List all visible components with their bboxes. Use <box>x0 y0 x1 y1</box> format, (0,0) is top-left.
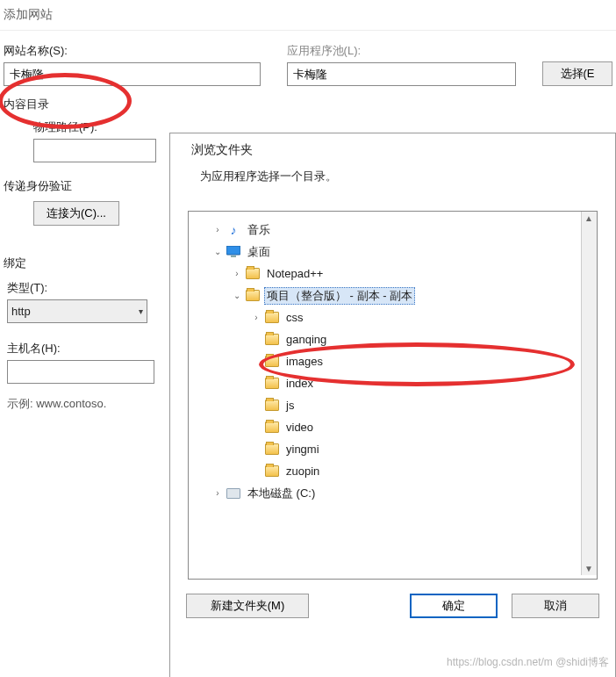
browse-folder-dialog: 浏览文件夹 为应用程序选择一个目录。 › ♪ 音乐 ⌄ 桌面 <box>169 133 616 677</box>
folder-tree[interactable]: › ♪ 音乐 ⌄ 桌面 › <box>188 211 598 580</box>
window-title: 添加网站 <box>0 0 616 31</box>
chevron-right-icon: › <box>250 313 262 322</box>
tree-label-selected: 项目（整合版） - 副本 - 副本 <box>264 287 415 305</box>
tree-item-drive-c[interactable]: › 本地磁盘 (C:) <box>211 482 593 504</box>
tree-item-video[interactable]: video <box>250 416 593 438</box>
folder-icon <box>264 464 280 479</box>
tree-item-desktop[interactable]: ⌄ 桌面 <box>211 241 593 263</box>
music-icon: ♪ <box>226 222 241 238</box>
folder-icon <box>264 420 280 436</box>
tree-item-index[interactable]: index <box>250 372 593 394</box>
content-dir-label: 内容目录 <box>4 97 612 112</box>
folder-icon <box>245 288 261 304</box>
monitor-icon <box>226 244 241 260</box>
chevron-down-icon: ▾ <box>139 306 143 316</box>
browse-title: 浏览文件夹 <box>170 133 615 162</box>
chevron-down-icon: ⌄ <box>211 247 224 256</box>
type-value: http <box>11 305 31 318</box>
app-pool-label: 应用程序池(L): <box>287 43 516 59</box>
folder-icon <box>264 354 280 370</box>
tree-label: js <box>283 398 297 413</box>
new-folder-button[interactable]: 新建文件夹(M) <box>186 594 309 618</box>
tree-item-project[interactable]: ⌄ 项目（整合版） - 副本 - 副本 <box>231 284 593 306</box>
physical-path-input[interactable] <box>33 139 156 162</box>
tree-item-css[interactable]: › css <box>250 306 593 328</box>
app-pool-input <box>287 62 516 86</box>
tree-label: ganqing <box>283 332 329 347</box>
drive-icon <box>226 486 241 501</box>
cancel-button[interactable]: 取消 <box>512 594 599 618</box>
svg-rect-0 <box>226 246 240 255</box>
tree-item-yingmi[interactable]: yingmi <box>250 438 593 460</box>
chevron-right-icon: › <box>231 269 243 278</box>
tree-item-images[interactable]: images <box>250 350 593 372</box>
tree-label: 本地磁盘 (C:) <box>245 485 318 502</box>
tree-label: 音乐 <box>245 221 273 239</box>
connect-as-button[interactable]: 连接为(C)... <box>33 201 119 226</box>
type-select[interactable]: http ▾ <box>7 299 147 323</box>
chevron-right-icon: › <box>211 488 224 498</box>
host-input[interactable] <box>7 360 154 384</box>
tree-label: zuopin <box>283 464 322 479</box>
tree-label: images <box>283 354 326 369</box>
select-button[interactable]: 选择(E <box>542 61 612 86</box>
tree-item-js[interactable]: js <box>250 394 593 416</box>
tree-item-music[interactable]: › ♪ 音乐 <box>211 219 593 241</box>
tree-label: Notepad++ <box>264 266 326 281</box>
tree-item-ganqing[interactable]: ganqing <box>250 328 593 350</box>
chevron-down-icon: ⌄ <box>231 291 243 300</box>
ok-button[interactable]: 确定 <box>410 594 498 618</box>
folder-icon <box>264 398 280 414</box>
tree-label: css <box>283 310 306 325</box>
folder-icon <box>264 310 280 326</box>
tree-item-notepad[interactable]: › Notepad++ <box>231 263 593 284</box>
browse-instruction: 为应用程序选择一个目录。 <box>170 162 615 195</box>
tree-label: index <box>283 376 316 391</box>
tree-label: video <box>283 420 316 435</box>
folder-icon <box>264 442 280 457</box>
folder-icon <box>245 266 261 282</box>
tree-label: yingmi <box>283 442 322 457</box>
scrollbar-vertical[interactable] <box>581 212 597 575</box>
chevron-right-icon: › <box>211 225 224 234</box>
folder-icon <box>264 376 280 392</box>
folder-icon <box>264 332 280 348</box>
tree-item-zuopin[interactable]: zuopin <box>250 460 593 482</box>
site-name-input[interactable] <box>4 62 261 86</box>
svg-rect-1 <box>231 256 236 257</box>
tree-label: 桌面 <box>245 243 273 261</box>
site-name-label: 网站名称(S): <box>4 43 261 59</box>
